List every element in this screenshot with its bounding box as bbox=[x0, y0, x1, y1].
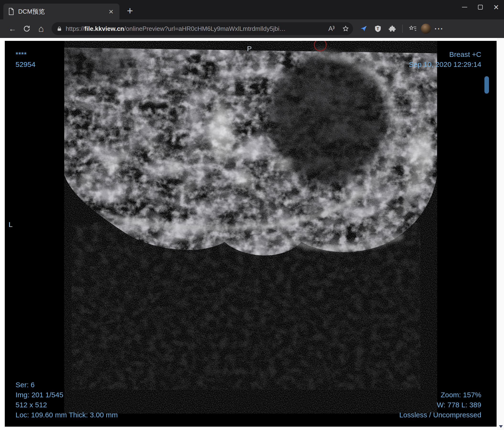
tab-close-icon[interactable]: × bbox=[106, 7, 116, 17]
slice-slider-thumb[interactable] bbox=[484, 76, 489, 94]
back-button[interactable]: ← bbox=[6, 22, 19, 35]
favorites-bar-button[interactable] bbox=[406, 22, 419, 35]
blue-extension-icon[interactable] bbox=[357, 22, 370, 35]
svg-text:T: T bbox=[377, 27, 379, 31]
browser-tab[interactable]: DCM预览 × bbox=[3, 4, 119, 19]
window-controls: × bbox=[457, 0, 504, 14]
toolbar-divider bbox=[402, 25, 403, 33]
profile-avatar[interactable] bbox=[421, 24, 431, 34]
maximize-icon bbox=[478, 5, 483, 9]
orientation-marker-left: L bbox=[9, 221, 13, 229]
ellipsis-icon: ··· bbox=[434, 24, 444, 33]
patient-number: 52954 bbox=[16, 60, 35, 70]
close-button[interactable]: × bbox=[488, 0, 504, 14]
window-level: W: 778 L: 389 bbox=[399, 400, 481, 410]
star-icon bbox=[342, 25, 349, 32]
shield-extension-icon[interactable]: T bbox=[372, 22, 384, 35]
page-scrollbar[interactable] bbox=[497, 38, 504, 430]
mri-image bbox=[5, 41, 497, 427]
overlay-top-left: **** 52954 bbox=[16, 49, 35, 70]
read-aloud-button[interactable]: A)) bbox=[326, 23, 337, 34]
orientation-marker-posterior: P bbox=[247, 45, 252, 53]
address-bar[interactable]: https://file.kkview.cn/onlinePreview?url… bbox=[52, 22, 353, 35]
back-icon: ← bbox=[9, 24, 16, 33]
minimize-icon bbox=[462, 7, 467, 7]
favorites-list-icon bbox=[409, 25, 417, 32]
refresh-button[interactable] bbox=[20, 22, 33, 35]
overlay-top-right: Breast +C Sep 10, 2020 12:29:14 bbox=[409, 49, 481, 70]
url-scheme: https:// bbox=[66, 25, 84, 32]
browser-toolbar: ← ⌂ https://file.kkview.cn/onlinePreview… bbox=[0, 19, 504, 38]
refresh-icon bbox=[23, 25, 31, 33]
document-icon bbox=[8, 8, 14, 15]
slice-location: Loc: 109.60 mm Thick: 3.00 mm bbox=[16, 410, 118, 420]
dicom-viewer-canvas[interactable]: **** 52954 Breast +C Sep 10, 2020 12:29:… bbox=[5, 41, 497, 427]
tab-strip: DCM预览 × + × bbox=[0, 0, 504, 19]
image-number: Img: 201 1/545 bbox=[16, 390, 118, 400]
study-datetime: Sep 10, 2020 12:29:14 bbox=[409, 60, 481, 70]
url-text[interactable]: https://file.kkview.cn/onlinePreview?url… bbox=[66, 25, 323, 33]
page-content: **** 52954 Breast +C Sep 10, 2020 12:29:… bbox=[0, 38, 504, 430]
more-menu-button[interactable]: ··· bbox=[433, 22, 445, 35]
patient-id-masked: **** bbox=[16, 49, 35, 60]
scrollbar-down-arrow-icon[interactable] bbox=[499, 425, 503, 428]
compression-info: Lossless / Uncompressed bbox=[399, 410, 481, 420]
browser-window: DCM预览 × + × ← ⌂ https://file.kkview.cn/o… bbox=[0, 0, 504, 430]
close-icon: × bbox=[494, 3, 499, 12]
read-aloud-icon: A)) bbox=[328, 25, 334, 33]
series-number: Ser: 6 bbox=[16, 380, 118, 390]
new-tab-button[interactable]: + bbox=[124, 5, 136, 17]
url-domain: file.kkview.cn bbox=[84, 25, 124, 32]
home-icon: ⌂ bbox=[38, 24, 44, 34]
favorite-star-button[interactable] bbox=[340, 23, 351, 34]
url-path: /onlinePreview?url=aHR0cHM6Ly9maWxlLmtrd… bbox=[124, 25, 286, 32]
maximize-button[interactable] bbox=[472, 0, 488, 14]
overlay-bottom-left: Ser: 6 Img: 201 1/545 512 x 512 Loc: 109… bbox=[16, 380, 118, 420]
tab-title: DCM预览 bbox=[18, 7, 102, 16]
overlay-bottom-right: Zoom: 157% W: 778 L: 389 Lossless / Unco… bbox=[399, 390, 481, 420]
zoom-level: Zoom: 157% bbox=[399, 390, 481, 400]
minimize-button[interactable] bbox=[457, 0, 472, 14]
home-button[interactable]: ⌂ bbox=[35, 22, 47, 35]
study-description: Breast +C bbox=[409, 49, 481, 60]
image-matrix: 512 x 512 bbox=[16, 400, 118, 410]
extensions-puzzle-icon[interactable] bbox=[386, 22, 398, 35]
lock-icon bbox=[56, 26, 62, 32]
